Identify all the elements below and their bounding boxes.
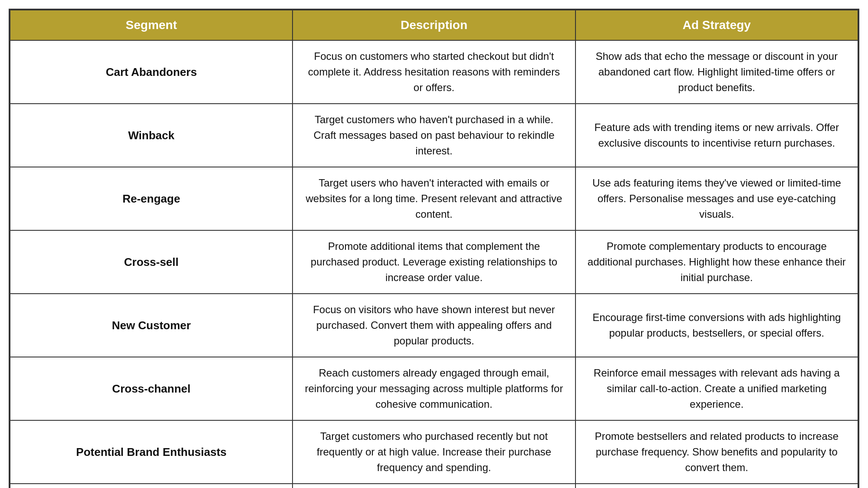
- table-row: Unengaged VIPReconnect with high-value c…: [10, 484, 858, 488]
- cell-description: Target users who haven't interacted with…: [293, 167, 575, 230]
- cell-ad-strategy: Show ads that echo the message or discou…: [575, 40, 858, 104]
- header-segment: Segment: [10, 10, 293, 40]
- cell-description: Reconnect with high-value customers who …: [293, 484, 575, 488]
- table-row: WinbackTarget customers who haven't purc…: [10, 104, 858, 167]
- cell-ad-strategy: Use ads featuring items they've viewed o…: [575, 167, 858, 230]
- cell-segment: Unengaged VIP: [10, 484, 293, 488]
- table-header-row: Segment Description Ad Strategy: [10, 10, 858, 40]
- cell-description: Reach customers already engaged through …: [293, 357, 575, 420]
- cell-segment: Cross-channel: [10, 357, 293, 420]
- header-ad-strategy: Ad Strategy: [575, 10, 858, 40]
- main-table-wrapper: Segment Description Ad Strategy Cart Aba…: [9, 9, 859, 488]
- table-row: New CustomerFocus on visitors who have s…: [10, 294, 858, 357]
- cell-segment: Re-engage: [10, 167, 293, 230]
- cell-segment: Cross-sell: [10, 230, 293, 294]
- cell-segment: Cart Abandoners: [10, 40, 293, 104]
- table-row: Potential Brand EnthusiastsTarget custom…: [10, 420, 858, 484]
- cell-description: Target customers who purchased recently …: [293, 420, 575, 484]
- header-description: Description: [293, 10, 575, 40]
- cell-segment: Potential Brand Enthusiasts: [10, 420, 293, 484]
- cell-segment: Winback: [10, 104, 293, 167]
- table-row: Cart AbandonersFocus on customers who st…: [10, 40, 858, 104]
- table-row: Cross-channelReach customers already eng…: [10, 357, 858, 420]
- cell-description: Target customers who haven't purchased i…: [293, 104, 575, 167]
- segments-table: Segment Description Ad Strategy Cart Aba…: [10, 10, 858, 488]
- cell-ad-strategy: Promote bestsellers and related products…: [575, 420, 858, 484]
- cell-description: Focus on visitors who have shown interes…: [293, 294, 575, 357]
- table-row: Cross-sellPromote additional items that …: [10, 230, 858, 294]
- table-row: Re-engageTarget users who haven't intera…: [10, 167, 858, 230]
- cell-ad-strategy: Encourage first-time conversions with ad…: [575, 294, 858, 357]
- cell-ad-strategy: Promote complementary products to encour…: [575, 230, 858, 294]
- cell-ad-strategy: Reinforce email messages with relevant a…: [575, 357, 858, 420]
- cell-description: Promote additional items that complement…: [293, 230, 575, 294]
- cell-segment: New Customer: [10, 294, 293, 357]
- cell-ad-strategy: Feature ads with trending items or new a…: [575, 104, 858, 167]
- cell-description: Focus on customers who started checkout …: [293, 40, 575, 104]
- cell-ad-strategy: Use ads on a different platform to bring…: [575, 484, 858, 488]
